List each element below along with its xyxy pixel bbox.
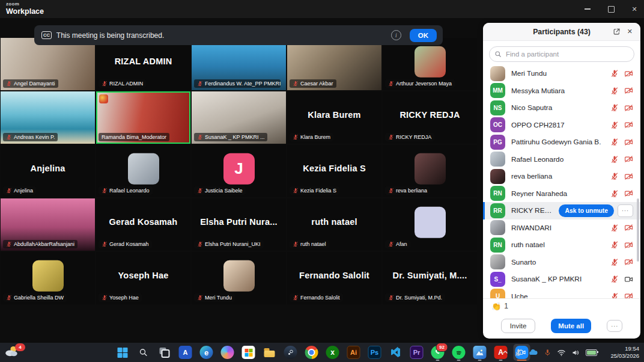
wifi-icon[interactable] <box>557 348 566 357</box>
participant-row[interactable]: Sunarto <box>483 254 640 271</box>
video-tile[interactable]: Meri Tundu <box>192 252 286 304</box>
maximize-icon[interactable] <box>607 5 615 13</box>
participant-status-icons <box>610 189 633 198</box>
photoshop-icon[interactable]: Ps <box>366 344 383 361</box>
mute-all-button[interactable]: Mute all <box>551 319 591 333</box>
start-button[interactable] <box>114 344 131 361</box>
mic-muted-icon <box>6 295 12 301</box>
battery-icon[interactable] <box>586 349 597 356</box>
video-tile[interactable]: reva berliana <box>383 145 477 197</box>
ask-to-unmute-button[interactable]: Ask to unmute <box>559 204 614 217</box>
video-tile[interactable]: AnjelinaAnjelina <box>1 145 95 197</box>
video-tile[interactable]: SusanaK _ KP PMKRI ... <box>192 91 286 144</box>
video-tile[interactable]: Klara BuremKlara Burem <box>287 91 381 144</box>
video-tile[interactable]: Gabriella Sheilla DW <box>1 252 95 304</box>
video-tile[interactable]: Angel Damayanti <box>1 38 95 90</box>
participant-name-display: Dr. Sumiyati, M.... <box>383 252 477 298</box>
participant-row[interactable]: NSNico Saputra <box>483 99 640 117</box>
participant-row[interactable]: MMMessyka Mutiara <box>483 82 640 100</box>
chrome-icon[interactable] <box>303 344 320 361</box>
participants-panel: Participants (43) ✕ Meri TunduMMMessyka … <box>483 23 640 339</box>
mic-muted-icon <box>293 188 299 194</box>
vscode-icon[interactable] <box>387 344 404 361</box>
video-tile[interactable]: Yoseph HaeYoseph Hae <box>96 252 190 304</box>
volume-icon[interactable] <box>571 348 580 357</box>
participant-row[interactable]: PGPattiruhu Godewyn Gania B. <box>483 133 640 151</box>
mic-muted-icon <box>102 188 108 194</box>
tile-name-label: Meri Tundu <box>194 293 235 302</box>
tray-chevron-icon[interactable] <box>502 349 509 356</box>
video-tile[interactable]: Elsha Putri Nura...Elsha Putri Nurani_UK… <box>192 198 286 251</box>
taskbar-clock[interactable]: 19:54 25/03/2026 <box>610 345 639 360</box>
footer-more-button[interactable]: ··· <box>607 320 622 332</box>
mic-muted-icon <box>388 188 394 194</box>
search-icon[interactable] <box>135 344 152 361</box>
search-container <box>489 46 634 62</box>
video-tile[interactable]: RICKY REDJARICKY REDJA <box>383 91 477 144</box>
participant-row[interactable]: Meri Tundu <box>483 65 640 82</box>
video-tile[interactable]: ruth nataelruth natael <box>287 198 381 251</box>
participant-avatar: S_ <box>490 272 505 287</box>
mic-muted-icon <box>293 241 299 247</box>
participant-row[interactable]: RNReyner Naraheda <box>483 185 640 203</box>
illustrator-icon[interactable]: Ai <box>345 344 362 361</box>
whatsapp-icon[interactable]: 92 <box>430 344 446 361</box>
participant-row[interactable]: RIWANDARI <box>483 219 640 237</box>
xbox-icon[interactable]: x <box>324 344 341 361</box>
tile-label-text: RICKY REDJA <box>396 134 431 140</box>
task-view-icon[interactable] <box>156 344 173 361</box>
close-window-icon[interactable]: ✕ <box>631 5 638 13</box>
video-tile[interactable]: Rafael Leonardo <box>96 145 190 197</box>
ok-button[interactable]: OK <box>410 29 437 42</box>
video-tile[interactable]: Andreas Kevin P. <box>1 91 95 144</box>
video-tile[interactable]: Ramanda Bima_Moderator <box>96 91 190 144</box>
app-a-icon[interactable]: A <box>177 344 194 361</box>
participant-row[interactable]: S_SusanaK _ KP PMKRI <box>483 271 640 288</box>
close-panel-icon[interactable]: ✕ <box>627 28 633 35</box>
video-tile[interactable]: Kezia Fidelia SKezia Fidelia S <box>287 145 381 197</box>
participant-row[interactable]: RRRICKY REDJAAsk to unmute··· <box>483 202 640 219</box>
participant-avatar: RN <box>490 186 505 201</box>
pop-out-icon[interactable] <box>613 28 621 35</box>
weather-widget[interactable]: 4 <box>4 345 28 360</box>
tray-mic-device-icon[interactable] <box>544 349 551 357</box>
invite-button[interactable]: Invite <box>501 319 536 333</box>
tray-mic-muted-icon[interactable] <box>514 348 523 357</box>
microsoft-store-icon[interactable] <box>240 344 257 361</box>
edge-icon[interactable]: e <box>198 344 215 361</box>
participant-name-display: Gerad Kosamah <box>96 198 190 245</box>
tile-name-label: RIZAL ADMIN <box>99 79 146 88</box>
info-icon[interactable]: i <box>391 30 401 40</box>
video-tile[interactable]: Arthuur Jeverson Maya <box>383 38 477 90</box>
mic-muted-icon <box>6 188 12 194</box>
row-more-button[interactable]: ··· <box>618 204 633 217</box>
steam-icon[interactable] <box>282 344 299 361</box>
participant-row[interactable]: Rafael Leonardo <box>483 151 640 168</box>
video-tile[interactable]: Ferdinandus W. Ate_PP PMKRI <box>192 38 286 90</box>
video-tile[interactable]: Dr. Sumiyati, M....Dr. Sumiyati, M.Pd. <box>383 252 477 304</box>
camera-off-icon <box>624 69 633 78</box>
participant-row[interactable]: RNruth natael <box>483 236 640 254</box>
spotify-icon[interactable] <box>451 344 467 361</box>
video-tile[interactable]: JJusticia Saibele <box>192 145 286 197</box>
file-explorer-icon[interactable] <box>261 344 278 361</box>
video-tile[interactable]: Caesar Akbar <box>287 38 381 90</box>
find-participant-input[interactable] <box>489 46 634 62</box>
onedrive-icon[interactable] <box>528 348 538 358</box>
participant-row[interactable]: UUche <box>483 288 640 299</box>
participant-row[interactable]: OCOPPO CPH2817 <box>483 117 640 134</box>
video-tile[interactable]: AbdullahAkbarRafsanjani <box>1 198 95 251</box>
profile-avatar <box>223 260 255 291</box>
participant-row[interactable]: reva berliana <box>483 168 640 185</box>
copilot-icon[interactable] <box>219 344 236 361</box>
photos-icon[interactable] <box>472 344 488 361</box>
panel-scrollbar[interactable] <box>637 198 639 262</box>
video-tile[interactable]: Afan <box>383 198 477 251</box>
video-tile[interactable]: Gerad KosamahGerad Kosamah <box>96 198 190 251</box>
zoom-app-window: zoom Workplace ✕ Angel DamayantiRIZAL AD… <box>0 0 644 362</box>
tile-name-label: Fernando Salolit <box>290 293 343 302</box>
minimize-icon[interactable] <box>584 5 591 13</box>
video-tile[interactable]: Fernando SalolitFernando Salolit <box>287 252 381 304</box>
video-tile[interactable]: RIZAL ADMINRIZAL ADMIN <box>96 38 190 90</box>
premiere-icon[interactable]: Pr <box>409 344 425 361</box>
